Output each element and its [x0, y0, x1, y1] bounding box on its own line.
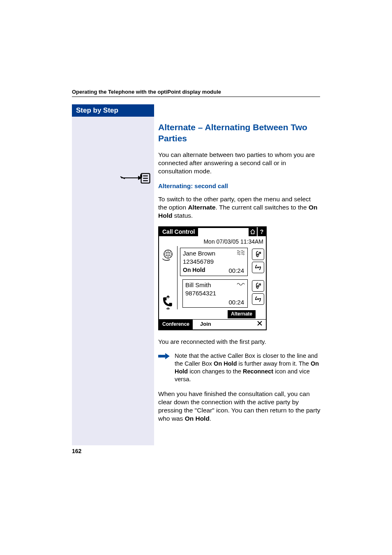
home-icon[interactable]: [249, 227, 257, 236]
text: . The current call switches to the: [216, 204, 309, 211]
section-title: Alternate – Alternating Between Two Part…: [158, 122, 321, 144]
onhold-icon[interactable]: [252, 249, 264, 260]
svg-rect-13: [160, 355, 165, 357]
caller1-time: 00:24: [228, 267, 244, 275]
page-number: 162: [72, 448, 81, 454]
call-control-titlebar: Call Control ?: [159, 227, 266, 236]
text-bold: Alternate: [188, 204, 215, 211]
caller1-number: 123456789: [183, 258, 245, 266]
svg-rect-6: [259, 252, 260, 254]
text-bold: On Hold: [185, 415, 210, 422]
text: icon changes to the: [188, 368, 243, 375]
datetime-label: Mon 07/03/05 11:34AM: [159, 236, 266, 246]
caller1-name: Jane Brown: [183, 249, 245, 258]
step-by-step-sidebar: Step by Step: [72, 104, 154, 445]
step-by-step-title: Step by Step: [72, 104, 154, 117]
switch-paragraph: To switch to the other party, open the m…: [158, 195, 321, 220]
text: is further away from it. The: [237, 360, 311, 367]
subheading-alternating: Alternating: second call: [158, 182, 321, 190]
finish-paragraph: When you have finished the consultation …: [158, 390, 321, 423]
text: When you have finished the consultation …: [158, 390, 320, 422]
pointer-arrow: [121, 177, 142, 178]
svg-point-11: [257, 298, 259, 300]
conference-button[interactable]: Conference: [159, 319, 193, 330]
wave-single-icon: [237, 281, 245, 289]
help-icon[interactable]: ?: [258, 227, 266, 236]
svg-rect-10: [260, 283, 261, 286]
svg-rect-4: [140, 175, 142, 177]
reconnected-paragraph: You are reconnected with the first party…: [158, 338, 321, 346]
svg-rect-7: [260, 252, 261, 254]
close-icon[interactable]: [255, 320, 266, 329]
join-button[interactable]: Join: [194, 320, 217, 329]
titlebar-spacer: [198, 227, 249, 236]
text: status.: [172, 212, 193, 219]
text-bold: Reconnect: [243, 368, 273, 375]
running-header: Operating the Telephone with the optiPoi…: [72, 89, 320, 97]
reconnect-icon-2[interactable]: [252, 293, 264, 305]
text: .: [210, 415, 211, 422]
alternate-button[interactable]: Alternate: [228, 310, 256, 318]
note-text: Note that the active Caller Box is close…: [175, 352, 321, 383]
onhold-icon-2[interactable]: [252, 280, 264, 292]
caller-box-1[interactable]: Jane Brown 123456789 On Hold 00:24: [180, 248, 248, 276]
svg-point-8: [257, 267, 259, 268]
left-column: [159, 246, 178, 309]
caller-box-2[interactable]: Bill Smith 987654321 00:24: [182, 279, 248, 308]
reconnect-icon[interactable]: [252, 262, 264, 273]
call-control-title: Call Control: [159, 227, 198, 236]
call-control-panel: Call Control ? Mon 07/03/05 11:34AM: [158, 226, 267, 330]
intro-paragraph: You can alternate between two parties to…: [158, 151, 321, 175]
note-arrow-icon: [158, 352, 171, 383]
svg-rect-9: [259, 283, 260, 286]
caller2-time: 00:24: [228, 298, 244, 306]
note-box: Note that the active Caller Box is close…: [158, 352, 321, 383]
main-content: Alternate – Alternating Between Two Part…: [158, 117, 321, 429]
menu-list-icon: [140, 173, 154, 185]
wave-multi-icon: [237, 250, 245, 257]
caller2-number: 987654321: [185, 289, 245, 297]
globe-hand-icon: [161, 249, 175, 263]
phone-alternate-icon[interactable]: [161, 295, 175, 309]
text-bold: On Hold: [214, 360, 237, 367]
caller2-name: Bill Smith: [185, 281, 245, 289]
